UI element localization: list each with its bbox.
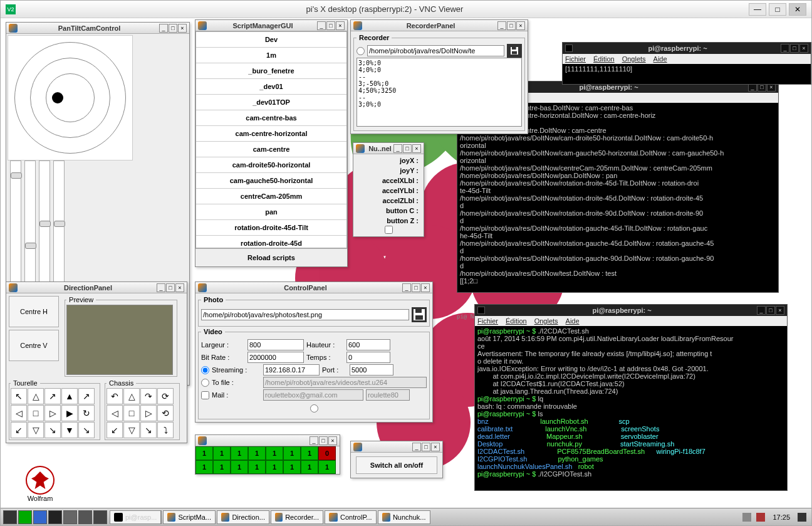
menu-item[interactable]: Onglets (622, 55, 646, 63)
close-button[interactable]: × (431, 443, 440, 451)
menu-item[interactable]: Fichier (477, 317, 498, 325)
arrow-up-left-icon[interactable]: ↖ (11, 388, 27, 404)
io-cell[interactable]: 1 (213, 446, 231, 460)
centre-v-button[interactable]: Centre V (9, 330, 59, 361)
rotate-left-icon[interactable]: ↶ (107, 388, 123, 404)
close-button[interactable]: × (175, 283, 184, 292)
io-cell[interactable]: 1 (195, 460, 213, 474)
port-input[interactable] (350, 364, 393, 376)
start-menu-icon[interactable] (3, 510, 17, 524)
arrow-icon[interactable]: ⟳ (157, 388, 174, 404)
slider-4[interactable] (53, 160, 65, 286)
io-cell[interactable]: 1 (283, 446, 301, 460)
arrow-icon[interactable]: ⤵ (157, 422, 174, 438)
maximize-button[interactable]: □ (319, 436, 328, 445)
tofile-input[interactable] (263, 377, 427, 388)
centre-h-button[interactable]: Centre H (9, 296, 59, 327)
io-cell[interactable]: 1 (266, 460, 283, 474)
io-cell[interactable]: 1 (318, 460, 336, 474)
script-item[interactable]: cam-centre-horizontal (196, 126, 346, 142)
minimize-button[interactable]: _ (157, 283, 165, 292)
stop-icon[interactable]: □ (123, 405, 140, 421)
menu-item[interactable]: Édition (593, 55, 615, 63)
arrow-down-icon[interactable]: ▼ (61, 422, 78, 438)
launcher-icon[interactable] (78, 510, 92, 524)
temps-input[interactable] (346, 352, 390, 363)
taskbar-item[interactable]: ScriptMa... (163, 510, 216, 524)
arrow-icon[interactable]: ↘ (78, 422, 95, 438)
photo-path-input[interactable] (201, 309, 409, 320)
recorder-radio[interactable] (357, 47, 365, 55)
io-cell[interactable]: 1 (231, 460, 248, 474)
io-cell[interactable]: 1 (231, 446, 248, 460)
arrow-up-icon[interactable]: ▲ (61, 388, 78, 404)
arrow-up-right-icon[interactable]: ↗ (44, 388, 61, 404)
arrow-down-right-icon[interactable]: ↘ (44, 422, 61, 438)
taskbar-item[interactable]: pi@rasp... (110, 510, 161, 524)
recorder-path-input[interactable] (367, 45, 504, 56)
terminal-3-content[interactable]: pi@raspberrypi ~ $ ./I2CDACTest.sh août … (475, 326, 787, 479)
tray-icon[interactable] (742, 513, 751, 522)
tray-icon[interactable] (756, 513, 765, 522)
maximize-button[interactable]: □ (169, 24, 177, 33)
maximize-button[interactable]: □ (326, 21, 335, 30)
taskbar-item[interactable]: ControlP... (325, 510, 377, 524)
minimize-button[interactable]: _ (412, 443, 421, 451)
file-manager-icon[interactable] (18, 510, 32, 524)
script-item[interactable]: rotation-droite-45d (196, 236, 346, 248)
arrow-right-icon[interactable]: ▷ (140, 405, 157, 421)
maximize-button[interactable]: □ (412, 283, 420, 292)
terminal-1-content[interactable]: [11111111,11111110] (563, 64, 811, 74)
arrow-right-icon[interactable]: ▶ (61, 405, 78, 421)
close-button[interactable]: × (336, 21, 345, 30)
io-cell[interactable]: 1 (301, 460, 318, 474)
script-item[interactable]: cam-centre-bas (196, 110, 346, 126)
ip-input[interactable] (263, 364, 320, 376)
menu-item[interactable]: Aide (653, 55, 667, 63)
taskbar-item[interactable]: Nunchuk... (378, 510, 430, 524)
script-item[interactable]: cam-centre (196, 142, 346, 157)
io-cell[interactable]: 1 (283, 460, 301, 474)
arrow-down-icon[interactable]: ▽ (123, 422, 140, 438)
io-cell[interactable]: 1 (266, 446, 283, 460)
taskbar-item[interactable]: Recorder... (271, 510, 323, 524)
pantilt-canvas[interactable] (8, 35, 133, 160)
minimize-button[interactable]: _ (310, 436, 318, 445)
menu-item[interactable]: Onglets (534, 317, 558, 325)
arrow-icon[interactable]: ↘ (140, 422, 157, 438)
stop-icon[interactable]: □ (28, 405, 44, 421)
menu-item[interactable]: Aide (566, 317, 580, 325)
script-item[interactable]: _dev01 (196, 79, 346, 95)
minimize-button[interactable]: _ (317, 21, 326, 30)
nunchuk-checkbox[interactable] (385, 226, 393, 234)
script-item[interactable]: _dev01TOP (196, 95, 346, 110)
maximize-button[interactable]: □ (403, 144, 412, 153)
slider-3[interactable] (39, 160, 50, 286)
maximize-button[interactable]: □ (769, 3, 786, 16)
recorder-textarea[interactable]: 3;0%;0 4;0%;0 -- 3;-50%;0 4;50%;3250 -- … (357, 58, 522, 127)
arrow-icon[interactable]: ↻ (78, 405, 95, 421)
mail-checkbox[interactable] (201, 391, 209, 399)
script-item[interactable]: rotation-droite-45d-Tilt (196, 220, 346, 236)
close-button[interactable]: × (799, 44, 808, 53)
tofile-radio[interactable] (201, 379, 209, 387)
io-cell[interactable]: 1 (195, 446, 213, 460)
io-cell[interactable]: 0 (318, 446, 336, 460)
close-button[interactable]: × (328, 436, 337, 445)
arrow-down-icon[interactable]: ▽ (28, 422, 44, 438)
hauteur-input[interactable] (346, 339, 390, 350)
io-cell[interactable]: 1 (248, 460, 266, 474)
switch-all-button[interactable]: Switch all on/off (356, 456, 437, 474)
arrow-icon[interactable]: ↗ (78, 388, 95, 404)
reload-scripts-button[interactable]: Reload scripts (195, 248, 347, 266)
arrow-right-icon[interactable]: ▷ (44, 405, 61, 421)
close-button[interactable]: × (178, 24, 187, 33)
streaming-radio[interactable] (201, 366, 209, 374)
script-item[interactable]: cam-gauche50-horizontal (196, 173, 346, 189)
script-item[interactable]: cam-droite50-horizontal (196, 157, 346, 173)
minimize-button[interactable]: _ (402, 283, 411, 292)
close-button[interactable]: × (421, 283, 430, 292)
menu-item[interactable]: Édition (506, 317, 527, 325)
arrow-up-icon[interactable]: △ (28, 388, 44, 404)
close-button[interactable]: × (516, 21, 525, 30)
